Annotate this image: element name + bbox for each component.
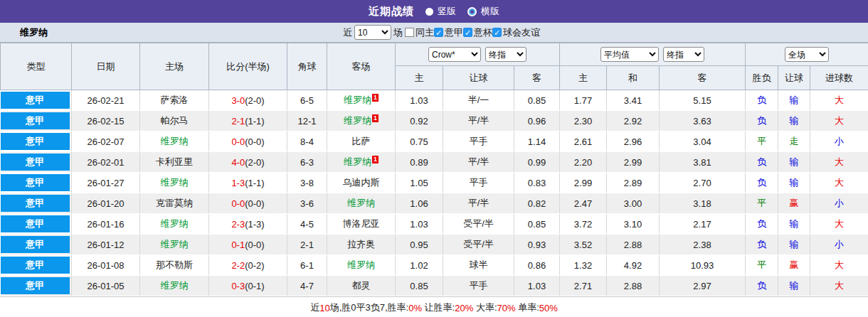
checkbox-label: 同主 bbox=[416, 26, 434, 39]
date-cell: 26-02-15 bbox=[72, 111, 140, 131]
home-team-name[interactable]: 克雷莫纳 bbox=[156, 198, 193, 208]
table-row: 意甲26-01-20克雷莫纳0-0(0-0)3-6维罗纳1.06平/半0.822… bbox=[1, 193, 868, 214]
home-team-name[interactable]: 维罗纳 bbox=[161, 136, 189, 146]
score-cell: 0-1(0-0) bbox=[209, 235, 287, 255]
average-select[interactable]: 平均值 bbox=[600, 47, 659, 62]
home-team-cell: 维罗纳 bbox=[140, 276, 209, 296]
away-team-name[interactable]: 比萨 bbox=[352, 136, 371, 146]
corner-cell: 4-5 bbox=[287, 214, 327, 235]
avg-odds-cell-0: 1.32 bbox=[560, 255, 607, 276]
crown-odds-cell-0: 0.89 bbox=[396, 152, 443, 173]
avg-odds-cell-2: 3.04 bbox=[660, 131, 746, 152]
goals-result-cell: 小 bbox=[810, 235, 868, 255]
crown-odds-cell-1: 平/半 bbox=[443, 111, 514, 131]
avg-odds-cell-1: 2.88 bbox=[607, 235, 660, 255]
league-label[interactable]: 意甲 bbox=[1, 236, 70, 253]
results-tbody: 意甲26-02-21萨索洛3-0(2-0)6-5维罗纳11.03半/一0.851… bbox=[1, 90, 868, 296]
avg-odds-cell-2: 3.63 bbox=[660, 111, 746, 131]
away-team-name[interactable]: 维罗纳 bbox=[344, 115, 371, 126]
league-label[interactable]: 意甲 bbox=[1, 92, 70, 109]
home-team-name[interactable]: 维罗纳 bbox=[161, 218, 189, 229]
away-team-name[interactable]: 维罗纳 bbox=[344, 156, 371, 167]
crown-odds-cell-1: 平手 bbox=[443, 131, 514, 152]
layout-radio-horizontal[interactable]: 横版 bbox=[467, 5, 499, 18]
summary-segment: 0% bbox=[408, 303, 422, 313]
checkbox-unchecked-icon[interactable] bbox=[405, 28, 414, 37]
date-cell: 26-01-16 bbox=[72, 214, 140, 235]
home-team-name[interactable]: 萨索洛 bbox=[161, 95, 189, 105]
table-row: 意甲26-02-01卡利亚里4-0(2-0)6-3维罗纳10.89平/半0.99… bbox=[1, 152, 868, 173]
goals-result-cell: 小 bbox=[810, 131, 868, 152]
average-index-select[interactable]: 终指 bbox=[663, 47, 704, 62]
summary-bar: 近10场,胜0平3负7,胜率:0% 让胜率:20% 大率:70% 单率:50% bbox=[0, 296, 868, 317]
home-team-name[interactable]: 维罗纳 bbox=[161, 239, 189, 249]
filter-checkbox-同主[interactable]: 同主 bbox=[405, 26, 434, 39]
near-label: 近 bbox=[343, 26, 352, 39]
avg-odds-cell-2: 2.38 bbox=[660, 235, 746, 255]
score-cell: 2-1(1-1) bbox=[209, 111, 287, 131]
home-team-name[interactable]: 维罗纳 bbox=[161, 280, 189, 291]
away-team-name[interactable]: 都灵 bbox=[352, 280, 371, 291]
score-cell: 3-0(2-0) bbox=[209, 90, 287, 111]
result-cell: 负 bbox=[746, 173, 778, 193]
away-team-name[interactable]: 博洛尼亚 bbox=[343, 218, 380, 229]
home-team-cell: 那不勒斯 bbox=[140, 255, 209, 276]
team-name: 维罗纳 bbox=[20, 26, 48, 39]
league-label[interactable]: 意甲 bbox=[1, 195, 70, 212]
away-team-cell: 拉齐奥 bbox=[327, 235, 396, 255]
away-team-name[interactable]: 维罗纳 bbox=[344, 95, 371, 105]
league-label[interactable]: 意甲 bbox=[1, 154, 70, 171]
home-team-name[interactable]: 那不勒斯 bbox=[156, 259, 193, 270]
radio-selected-icon[interactable] bbox=[425, 8, 433, 16]
checkbox-checked-icon[interactable] bbox=[434, 28, 443, 37]
page-title: 近期战绩 bbox=[369, 5, 414, 18]
result-cell: 负 bbox=[746, 235, 778, 255]
handicap-result-cell: 输 bbox=[778, 90, 810, 111]
subheader-crown-away: 客 bbox=[514, 66, 560, 90]
filter-checkbox-意杯[interactable]: 意杯 bbox=[463, 26, 492, 39]
home-team-name[interactable]: 维罗纳 bbox=[161, 177, 189, 188]
away-team-name[interactable]: 乌迪内斯 bbox=[343, 177, 380, 188]
away-team-name[interactable]: 拉齐奥 bbox=[347, 239, 375, 249]
crown-odds-cell-1: 受平/半 bbox=[443, 235, 514, 255]
score-cell: 0-0(0-0) bbox=[209, 193, 287, 214]
date-cell: 26-01-27 bbox=[72, 173, 140, 193]
bookmaker-select[interactable]: Crow* bbox=[428, 47, 481, 62]
table-row: 意甲26-01-12维罗纳0-1(0-0)2-1拉齐奥0.95受平/半0.933… bbox=[1, 235, 868, 255]
filter-checkboxes: 同主意甲意杯球会友谊 bbox=[405, 26, 540, 39]
layout-radio-vertical[interactable]: 竖版 bbox=[425, 5, 456, 18]
away-team-cell: 维罗纳1 bbox=[327, 111, 396, 131]
radio-unselected-icon[interactable] bbox=[467, 7, 477, 16]
checkbox-label: 球会友谊 bbox=[503, 26, 540, 39]
handicap-result-cell: 输 bbox=[778, 276, 810, 296]
checkbox-checked-icon[interactable] bbox=[463, 28, 472, 37]
goals-result-cell: 大 bbox=[810, 214, 868, 235]
league-label[interactable]: 意甲 bbox=[1, 277, 70, 294]
home-team-name[interactable]: 卡利亚里 bbox=[156, 156, 193, 167]
league-label[interactable]: 意甲 bbox=[1, 215, 70, 232]
filter-checkbox-意甲[interactable]: 意甲 bbox=[434, 26, 463, 39]
league-label[interactable]: 意甲 bbox=[1, 174, 70, 191]
league-label[interactable]: 意甲 bbox=[1, 257, 70, 274]
date-cell: 26-01-20 bbox=[72, 193, 140, 214]
summary-segment: 让胜率: bbox=[422, 301, 455, 314]
crown-odds-cell-2: 0.82 bbox=[514, 193, 560, 214]
table-row: 意甲26-02-21萨索洛3-0(2-0)6-5维罗纳11.03半/一0.851… bbox=[1, 90, 868, 111]
full-time-score: 0-0 bbox=[231, 198, 245, 209]
league-cell: 意甲 bbox=[1, 131, 72, 152]
recent-count-select[interactable]: 10 bbox=[354, 25, 391, 40]
crown-odds-cell-2: 0.93 bbox=[514, 235, 560, 255]
goals-result-cell: 小 bbox=[810, 193, 868, 214]
league-label[interactable]: 意甲 bbox=[1, 133, 70, 150]
crown-odds-cell-0: 1.03 bbox=[396, 90, 443, 111]
away-team-name[interactable]: 维罗纳 bbox=[347, 259, 375, 270]
filter-checkbox-球会友谊[interactable]: 球会友谊 bbox=[492, 26, 540, 39]
checkbox-checked-icon[interactable] bbox=[492, 28, 502, 37]
bookmaker-index-select[interactable]: 终指 bbox=[485, 47, 526, 62]
summary-segment: 场,胜0平3负7,胜率: bbox=[330, 301, 409, 314]
scope-select[interactable]: 全场 bbox=[785, 47, 829, 62]
home-team-name[interactable]: 帕尔马 bbox=[161, 115, 189, 126]
avg-odds-cell-0: 1.77 bbox=[560, 90, 607, 111]
league-label[interactable]: 意甲 bbox=[1, 112, 70, 129]
away-team-name[interactable]: 维罗纳 bbox=[347, 198, 375, 208]
